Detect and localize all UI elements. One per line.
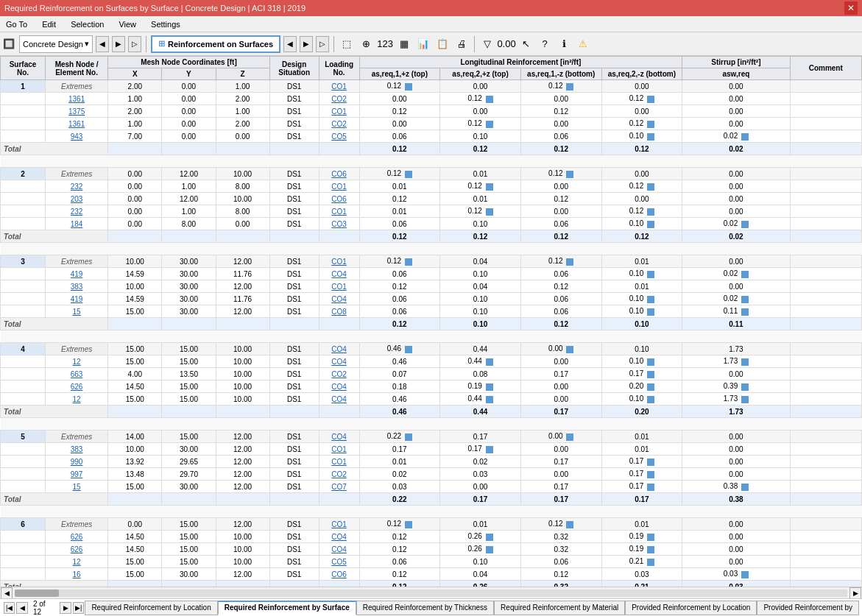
- mini-btn[interactable]: [405, 258, 412, 266]
- load-link[interactable]: CO2: [331, 470, 347, 478]
- load-link[interactable]: CO4: [331, 295, 347, 303]
- load-link[interactable]: CO2: [331, 120, 347, 128]
- mini-btn[interactable]: [405, 433, 412, 441]
- mesh-link[interactable]: 626: [71, 545, 83, 553]
- mini-btn[interactable]: [741, 308, 749, 316]
- mesh-link[interactable]: 626: [71, 383, 83, 391]
- mini-btn[interactable]: [486, 121, 493, 128]
- mesh-link[interactable]: 15: [73, 308, 81, 316]
- icon-btn-8[interactable]: ▽: [479, 36, 495, 52]
- mini-btn[interactable]: [647, 559, 654, 566]
- mini-btn[interactable]: [566, 83, 573, 91]
- icon-btn-1[interactable]: ⬚: [339, 36, 355, 52]
- mesh-link[interactable]: 990: [71, 458, 83, 466]
- icon-btn-10[interactable]: ↖: [517, 36, 534, 52]
- mesh-link[interactable]: 15: [73, 483, 81, 491]
- mini-btn[interactable]: [741, 271, 749, 278]
- mini-btn[interactable]: [741, 133, 749, 141]
- mesh-link[interactable]: 943: [71, 132, 83, 141]
- mini-btn[interactable]: [566, 171, 573, 178]
- load-link[interactable]: CO1: [331, 183, 347, 191]
- design-module-dropdown[interactable]: Concrete Design ▾: [19, 35, 93, 53]
- menu-settings[interactable]: Settings: [148, 18, 183, 30]
- tab-next-btn[interactable]: ▶: [300, 36, 313, 52]
- mini-btn[interactable]: [647, 534, 654, 541]
- load-link[interactable]: CO5: [331, 558, 347, 566]
- icon-btn-4[interactable]: ▦: [396, 36, 412, 52]
- hscroll-right[interactable]: ▶: [849, 587, 861, 599]
- load-link[interactable]: CO1: [331, 258, 347, 266]
- mini-btn[interactable]: [405, 521, 412, 528]
- mini-btn[interactable]: [486, 183, 493, 191]
- mini-btn[interactable]: [566, 521, 573, 528]
- mini-btn[interactable]: [566, 258, 573, 266]
- menu-goto[interactable]: Go To: [3, 18, 30, 30]
- mesh-link[interactable]: 16: [73, 570, 81, 578]
- mini-btn[interactable]: [647, 546, 654, 553]
- mesh-link[interactable]: 1361: [68, 95, 85, 103]
- load-link[interactable]: CO1: [331, 445, 347, 453]
- icon-btn-13[interactable]: ⚠: [575, 36, 591, 52]
- active-view-tab[interactable]: ⊞ Reinforcement on Surfaces: [151, 35, 280, 53]
- mini-btn[interactable]: [647, 208, 654, 216]
- mesh-link[interactable]: 12: [73, 358, 81, 366]
- load-link[interactable]: CO4: [331, 545, 347, 553]
- load-link[interactable]: CO2: [331, 95, 347, 103]
- next-btn[interactable]: ▶: [112, 36, 125, 52]
- mini-btn[interactable]: [405, 346, 412, 353]
- mini-btn[interactable]: [647, 133, 654, 141]
- load-link[interactable]: CO4: [331, 358, 347, 366]
- tab-by-location[interactable]: Required Reinforcement by Location: [85, 601, 217, 615]
- hscroll-left[interactable]: ◀: [1, 587, 13, 599]
- load-link[interactable]: CO4: [331, 270, 347, 278]
- mini-btn[interactable]: [405, 83, 412, 91]
- mini-btn[interactable]: [647, 383, 654, 391]
- mini-btn[interactable]: [647, 96, 654, 103]
- mesh-link[interactable]: 1361: [68, 120, 85, 128]
- mini-btn[interactable]: [486, 534, 493, 541]
- load-link[interactable]: CO4: [331, 345, 347, 353]
- mini-btn[interactable]: [566, 433, 573, 441]
- icon-btn-2[interactable]: ⊕: [358, 36, 374, 52]
- load-link[interactable]: CO5: [331, 132, 347, 141]
- mesh-link[interactable]: 1375: [68, 107, 85, 116]
- icon-btn-3[interactable]: 123: [377, 36, 393, 52]
- icon-btn-5[interactable]: 📊: [415, 36, 431, 52]
- tab-fwd-btn[interactable]: ▷: [316, 36, 329, 52]
- icon-btn-9[interactable]: 0.00: [498, 36, 515, 52]
- mini-btn[interactable]: [647, 471, 654, 478]
- mini-btn[interactable]: [741, 296, 749, 303]
- load-link[interactable]: CO6: [331, 170, 347, 178]
- mesh-link[interactable]: 626: [71, 533, 83, 541]
- mesh-link[interactable]: 12: [73, 558, 81, 566]
- mini-btn[interactable]: [647, 296, 654, 303]
- mini-btn[interactable]: [647, 459, 654, 466]
- mini-btn[interactable]: [566, 346, 573, 353]
- mini-btn[interactable]: [486, 546, 493, 553]
- load-link[interactable]: CO8: [331, 308, 347, 316]
- mesh-link[interactable]: 203: [71, 195, 83, 203]
- close-button[interactable]: ✕: [844, 1, 858, 15]
- load-link[interactable]: CO1: [331, 458, 347, 466]
- mesh-link[interactable]: 997: [71, 470, 83, 478]
- load-link[interactable]: CO6: [331, 570, 347, 578]
- load-link[interactable]: CO1: [331, 208, 347, 216]
- mesh-link[interactable]: 419: [71, 295, 83, 303]
- mini-btn[interactable]: [486, 383, 493, 391]
- load-link[interactable]: CO4: [331, 533, 347, 541]
- mini-btn[interactable]: [647, 121, 654, 128]
- mini-btn[interactable]: [647, 183, 654, 191]
- mini-btn[interactable]: [486, 208, 493, 216]
- mini-btn[interactable]: [486, 396, 493, 403]
- prev-btn[interactable]: ◀: [96, 36, 109, 52]
- tab-provided-by[interactable]: Provided Reinforcement by: [757, 601, 859, 615]
- menu-selection[interactable]: Selection: [68, 18, 107, 30]
- tab-first[interactable]: |◀: [4, 602, 15, 614]
- mesh-link[interactable]: 232: [71, 183, 83, 191]
- mini-btn[interactable]: [405, 171, 412, 178]
- tab-by-thickness[interactable]: Required Reinforcement by Thickness: [356, 601, 494, 615]
- mini-btn[interactable]: [741, 484, 749, 491]
- load-link[interactable]: CO1: [331, 107, 347, 116]
- mini-btn[interactable]: [486, 358, 493, 366]
- icon-btn-12[interactable]: ℹ: [556, 36, 572, 52]
